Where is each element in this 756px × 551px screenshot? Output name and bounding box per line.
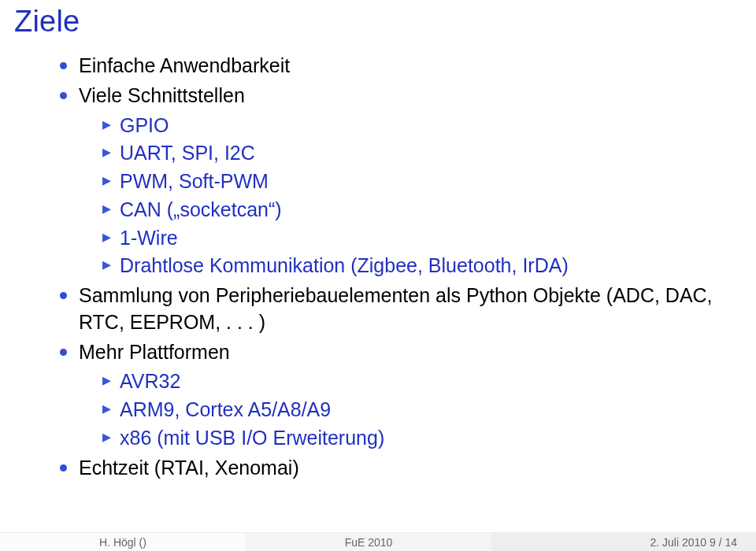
item-text: AVR32 (120, 370, 180, 392)
list-item: AVR32 (101, 368, 740, 395)
footer-author: H. Högl () (0, 532, 246, 551)
item-text: 1-Wire (120, 227, 178, 249)
list-item: Echtzeit (RTAI, Xenomai) (55, 455, 740, 482)
item-text: GPIO (120, 114, 169, 136)
list-item: PWM, Soft-PWM (101, 168, 740, 195)
item-text: Einfache Anwendbarkeit (79, 54, 290, 76)
item-text: Drahtlose Kommunikation (Zigbee, Bluetoo… (120, 254, 569, 276)
item-text: CAN („socketcan“) (120, 198, 282, 220)
slide-content: Einfache Anwendbarkeit Viele Schnittstel… (0, 39, 756, 481)
item-text: Mehr Plattformen (79, 341, 230, 363)
item-text: Viele Schnittstellen (79, 84, 245, 106)
list-item: Viele Schnittstellen GPIO UART, SPI, I2C… (55, 83, 740, 279)
footer: H. Högl () FuE 2010 2. Juli 2010 9 / 14 (0, 532, 756, 551)
list-item: Drahtlose Kommunikation (Zigbee, Bluetoo… (101, 253, 740, 279)
item-text: Sammlung von Peripheriebauelementen als … (79, 284, 713, 333)
list-item: GPIO (101, 113, 740, 139)
item-text: Echtzeit (RTAI, Xenomai) (79, 457, 299, 479)
footer-page: 2. Juli 2010 9 / 14 (491, 532, 756, 551)
list-item: Sammlung von Peripheriebauelementen als … (55, 283, 740, 336)
item-text: ARM9, Cortex A5/A8/A9 (120, 398, 331, 420)
list-item: CAN („socketcan“) (101, 197, 740, 224)
list-item: Mehr Plattformen AVR32 ARM9, Cortex A5/A… (55, 339, 740, 452)
list-item: x86 (mit USB I/O Erweiterung) (101, 425, 740, 452)
list-item: 1-Wire (101, 225, 740, 252)
item-text: UART, SPI, I2C (120, 142, 255, 164)
list-item: ARM9, Cortex A5/A8/A9 (101, 397, 740, 423)
sublist: GPIO UART, SPI, I2C PWM, Soft-PWM CAN („… (101, 113, 740, 280)
slide-title: Ziele (0, 0, 756, 39)
item-text: PWM, Soft-PWM (120, 170, 269, 192)
list-item: Einfache Anwendbarkeit (55, 53, 740, 80)
sublist: AVR32 ARM9, Cortex A5/A8/A9 x86 (mit USB… (101, 368, 740, 451)
slide: Ziele Einfache Anwendbarkeit Viele Schni… (0, 0, 756, 551)
item-text: x86 (mit USB I/O Erweiterung) (120, 427, 384, 449)
list-item: UART, SPI, I2C (101, 140, 740, 167)
bullet-list: Einfache Anwendbarkeit Viele Schnittstel… (55, 53, 740, 481)
footer-event: FuE 2010 (246, 532, 491, 551)
